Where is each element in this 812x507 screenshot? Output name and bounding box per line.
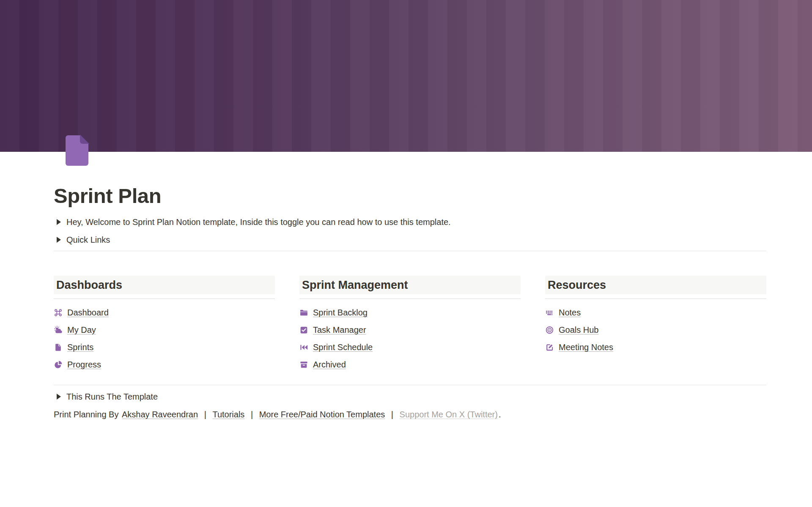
compose-icon xyxy=(545,343,554,352)
checkbox-icon xyxy=(299,326,308,334)
page-link-label: Archived xyxy=(313,359,346,370)
target-icon xyxy=(545,326,554,334)
link-columns: Dashboards Dashboard xyxy=(54,276,766,373)
toggle-quick-links[interactable]: Quick Links xyxy=(54,231,110,249)
page-link-label: Task Manager xyxy=(313,325,366,335)
pie-chart-icon xyxy=(54,360,63,369)
section-header-sprint-management: Sprint Management xyxy=(299,276,521,294)
purple-document-icon xyxy=(62,134,93,167)
archive-icon xyxy=(299,360,308,369)
footer-link-support[interactable]: Support Me On X (Twitter) xyxy=(400,410,498,419)
section-header-divider xyxy=(54,299,275,299)
footer-link-tutorials[interactable]: Tutorials xyxy=(212,410,244,419)
folder-icon xyxy=(299,308,308,317)
footer-credit: Print Planning By Akshay Raveendran | Tu… xyxy=(54,409,766,420)
footer-link-author[interactable]: Akshay Raveendran xyxy=(122,410,198,419)
divider xyxy=(54,251,766,251)
toggle-triangle-icon xyxy=(57,219,61,225)
section-title: Dashboards xyxy=(56,279,122,291)
page-link-archived[interactable]: Archived xyxy=(299,356,346,373)
footer-prefix: Print Planning By xyxy=(54,410,118,419)
toggle-runs-template[interactable]: This Runs The Template xyxy=(54,388,158,406)
section-header-divider xyxy=(545,299,766,299)
page-link-label: Sprint Schedule xyxy=(313,342,373,353)
page-link-goals-hub[interactable]: Goals Hub xyxy=(545,321,599,339)
page-link-label: Sprint Backlog xyxy=(313,307,368,318)
keyboard-icon xyxy=(545,308,554,317)
sun-cloud-icon xyxy=(54,326,63,334)
column-resources: Resources Notes xyxy=(545,276,766,373)
page-link-label: Progress xyxy=(67,359,101,370)
section-header-divider xyxy=(299,299,521,299)
footer-separator: | xyxy=(204,410,206,419)
divider xyxy=(54,385,766,385)
toggle-triangle-icon xyxy=(57,394,61,400)
page-link-label: Sprints xyxy=(67,342,93,353)
page-link-dashboard[interactable]: Dashboard xyxy=(54,304,109,321)
page-link-meeting-notes[interactable]: Meeting Notes xyxy=(545,339,613,356)
page-link-label: Meeting Notes xyxy=(559,342,613,353)
section-header-resources: Resources xyxy=(545,276,766,294)
rewind-icon xyxy=(299,343,308,352)
section-title: Sprint Management xyxy=(302,279,408,291)
column-dashboards: Dashboards Dashboard xyxy=(54,276,275,373)
footer-suffix: . xyxy=(499,410,501,419)
page-link-label: Goals Hub xyxy=(559,325,599,335)
page-link-notes[interactable]: Notes xyxy=(545,304,581,321)
document-icon xyxy=(54,343,63,352)
page-link-sprint-schedule[interactable]: Sprint Schedule xyxy=(299,339,373,356)
notion-page: Sprint Plan Hey, Welcome to Sprint Plan … xyxy=(0,0,812,420)
column-sprint-management: Sprint Management Sprint Backlog xyxy=(299,276,521,373)
command-icon xyxy=(54,308,63,317)
footer-link-templates[interactable]: More Free/Paid Notion Templates xyxy=(259,410,385,419)
toggle-welcome[interactable]: Hey, Welcome to Sprint Plan Notion templ… xyxy=(54,213,451,231)
footer-separator: | xyxy=(251,410,253,419)
toggle-triangle-icon xyxy=(57,237,61,243)
cover-image xyxy=(0,0,812,152)
page-icon[interactable] xyxy=(62,134,93,167)
page-link-sprint-backlog[interactable]: Sprint Backlog xyxy=(299,304,368,321)
footer-separator: | xyxy=(391,410,393,419)
toggle-welcome-label: Hey, Welcome to Sprint Plan Notion templ… xyxy=(66,217,451,227)
section-header-dashboards: Dashboards xyxy=(54,276,275,294)
page-link-progress[interactable]: Progress xyxy=(54,356,101,373)
page-link-label: My Day xyxy=(67,325,96,335)
page-title: Sprint Plan xyxy=(54,183,766,209)
page-link-label: Dashboard xyxy=(67,307,109,318)
toggle-runs-template-label: This Runs The Template xyxy=(66,391,158,402)
page-link-label: Notes xyxy=(559,307,581,318)
page-link-task-manager[interactable]: Task Manager xyxy=(299,321,366,339)
section-title: Resources xyxy=(548,279,606,291)
page-link-sprints[interactable]: Sprints xyxy=(54,339,93,356)
toggle-quick-links-label: Quick Links xyxy=(66,234,110,245)
page-link-my-day[interactable]: My Day xyxy=(54,321,96,339)
